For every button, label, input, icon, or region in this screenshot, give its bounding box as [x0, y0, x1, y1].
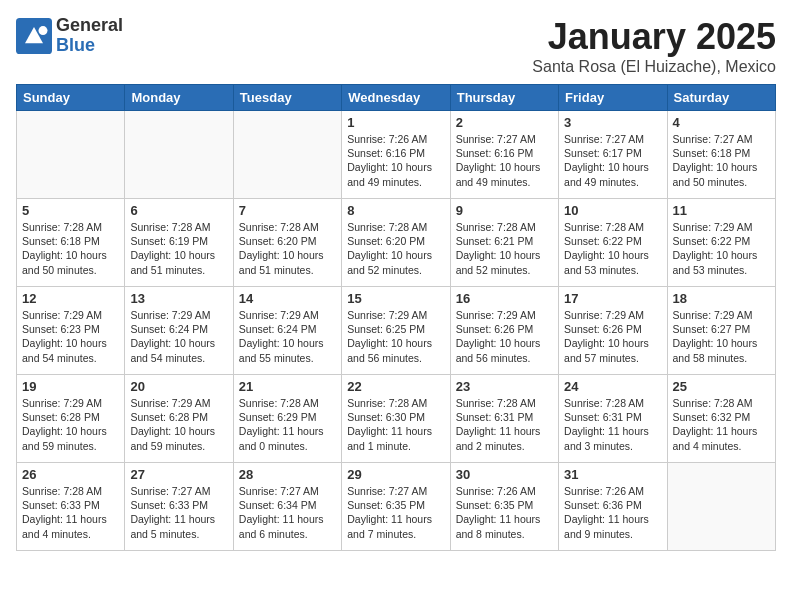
month-title: January 2025 [532, 16, 776, 58]
day-content: Sunrise: 7:29 AMSunset: 6:26 PMDaylight:… [564, 308, 661, 365]
subtitle: Santa Rosa (El Huizache), Mexico [532, 58, 776, 76]
day-content: Sunrise: 7:28 AMSunset: 6:20 PMDaylight:… [347, 220, 444, 277]
day-content: Sunrise: 7:28 AMSunset: 6:31 PMDaylight:… [456, 396, 553, 453]
day-content: Sunrise: 7:29 AMSunset: 6:24 PMDaylight:… [130, 308, 227, 365]
day-content: Sunrise: 7:27 AMSunset: 6:34 PMDaylight:… [239, 484, 336, 541]
day-number: 10 [564, 203, 661, 218]
calendar-cell: 19Sunrise: 7:29 AMSunset: 6:28 PMDayligh… [17, 375, 125, 463]
day-content: Sunrise: 7:28 AMSunset: 6:29 PMDaylight:… [239, 396, 336, 453]
day-number: 20 [130, 379, 227, 394]
calendar-cell: 12Sunrise: 7:29 AMSunset: 6:23 PMDayligh… [17, 287, 125, 375]
calendar-cell: 13Sunrise: 7:29 AMSunset: 6:24 PMDayligh… [125, 287, 233, 375]
weekday-header: Friday [559, 85, 667, 111]
day-content: Sunrise: 7:28 AMSunset: 6:19 PMDaylight:… [130, 220, 227, 277]
day-number: 24 [564, 379, 661, 394]
day-number: 30 [456, 467, 553, 482]
day-content: Sunrise: 7:27 AMSunset: 6:16 PMDaylight:… [456, 132, 553, 189]
calendar-cell [233, 111, 341, 199]
day-number: 27 [130, 467, 227, 482]
day-number: 1 [347, 115, 444, 130]
day-content: Sunrise: 7:29 AMSunset: 6:28 PMDaylight:… [130, 396, 227, 453]
day-number: 11 [673, 203, 770, 218]
calendar-cell [17, 111, 125, 199]
day-content: Sunrise: 7:26 AMSunset: 6:36 PMDaylight:… [564, 484, 661, 541]
calendar-cell: 2Sunrise: 7:27 AMSunset: 6:16 PMDaylight… [450, 111, 558, 199]
day-number: 12 [22, 291, 119, 306]
day-number: 21 [239, 379, 336, 394]
calendar-cell: 24Sunrise: 7:28 AMSunset: 6:31 PMDayligh… [559, 375, 667, 463]
calendar-cell [667, 463, 775, 551]
weekday-header: Thursday [450, 85, 558, 111]
title-block: January 2025 Santa Rosa (El Huizache), M… [532, 16, 776, 76]
calendar-cell: 9Sunrise: 7:28 AMSunset: 6:21 PMDaylight… [450, 199, 558, 287]
calendar-cell: 7Sunrise: 7:28 AMSunset: 6:20 PMDaylight… [233, 199, 341, 287]
weekday-header: Saturday [667, 85, 775, 111]
calendar-cell: 17Sunrise: 7:29 AMSunset: 6:26 PMDayligh… [559, 287, 667, 375]
calendar-cell: 18Sunrise: 7:29 AMSunset: 6:27 PMDayligh… [667, 287, 775, 375]
day-number: 25 [673, 379, 770, 394]
calendar-week-row: 26Sunrise: 7:28 AMSunset: 6:33 PMDayligh… [17, 463, 776, 551]
calendar-week-row: 1Sunrise: 7:26 AMSunset: 6:16 PMDaylight… [17, 111, 776, 199]
calendar-cell [125, 111, 233, 199]
day-number: 23 [456, 379, 553, 394]
day-content: Sunrise: 7:28 AMSunset: 6:33 PMDaylight:… [22, 484, 119, 541]
page-header: General Blue January 2025 Santa Rosa (El… [16, 16, 776, 76]
day-content: Sunrise: 7:27 AMSunset: 6:18 PMDaylight:… [673, 132, 770, 189]
calendar-cell: 20Sunrise: 7:29 AMSunset: 6:28 PMDayligh… [125, 375, 233, 463]
day-content: Sunrise: 7:29 AMSunset: 6:22 PMDaylight:… [673, 220, 770, 277]
day-content: Sunrise: 7:29 AMSunset: 6:26 PMDaylight:… [456, 308, 553, 365]
day-content: Sunrise: 7:29 AMSunset: 6:23 PMDaylight:… [22, 308, 119, 365]
day-content: Sunrise: 7:29 AMSunset: 6:27 PMDaylight:… [673, 308, 770, 365]
day-content: Sunrise: 7:28 AMSunset: 6:21 PMDaylight:… [456, 220, 553, 277]
day-number: 26 [22, 467, 119, 482]
calendar-cell: 22Sunrise: 7:28 AMSunset: 6:30 PMDayligh… [342, 375, 450, 463]
calendar-week-row: 5Sunrise: 7:28 AMSunset: 6:18 PMDaylight… [17, 199, 776, 287]
day-number: 2 [456, 115, 553, 130]
day-number: 7 [239, 203, 336, 218]
calendar-cell: 23Sunrise: 7:28 AMSunset: 6:31 PMDayligh… [450, 375, 558, 463]
weekday-header: Monday [125, 85, 233, 111]
weekday-header: Sunday [17, 85, 125, 111]
calendar-cell: 16Sunrise: 7:29 AMSunset: 6:26 PMDayligh… [450, 287, 558, 375]
logo-blue: Blue [56, 35, 95, 55]
calendar-cell: 25Sunrise: 7:28 AMSunset: 6:32 PMDayligh… [667, 375, 775, 463]
calendar-cell: 10Sunrise: 7:28 AMSunset: 6:22 PMDayligh… [559, 199, 667, 287]
day-content: Sunrise: 7:28 AMSunset: 6:30 PMDaylight:… [347, 396, 444, 453]
logo-general: General [56, 15, 123, 35]
calendar-cell: 28Sunrise: 7:27 AMSunset: 6:34 PMDayligh… [233, 463, 341, 551]
day-number: 28 [239, 467, 336, 482]
day-number: 19 [22, 379, 119, 394]
day-content: Sunrise: 7:27 AMSunset: 6:33 PMDaylight:… [130, 484, 227, 541]
day-content: Sunrise: 7:29 AMSunset: 6:25 PMDaylight:… [347, 308, 444, 365]
logo-icon [16, 18, 52, 54]
calendar-cell: 5Sunrise: 7:28 AMSunset: 6:18 PMDaylight… [17, 199, 125, 287]
day-number: 22 [347, 379, 444, 394]
day-number: 18 [673, 291, 770, 306]
calendar-cell: 21Sunrise: 7:28 AMSunset: 6:29 PMDayligh… [233, 375, 341, 463]
calendar-cell: 14Sunrise: 7:29 AMSunset: 6:24 PMDayligh… [233, 287, 341, 375]
calendar-table: SundayMondayTuesdayWednesdayThursdayFrid… [16, 84, 776, 551]
day-content: Sunrise: 7:28 AMSunset: 6:18 PMDaylight:… [22, 220, 119, 277]
day-number: 14 [239, 291, 336, 306]
day-number: 9 [456, 203, 553, 218]
day-content: Sunrise: 7:26 AMSunset: 6:35 PMDaylight:… [456, 484, 553, 541]
day-content: Sunrise: 7:27 AMSunset: 6:17 PMDaylight:… [564, 132, 661, 189]
day-number: 16 [456, 291, 553, 306]
day-number: 3 [564, 115, 661, 130]
calendar-cell: 26Sunrise: 7:28 AMSunset: 6:33 PMDayligh… [17, 463, 125, 551]
calendar-cell: 3Sunrise: 7:27 AMSunset: 6:17 PMDaylight… [559, 111, 667, 199]
day-number: 13 [130, 291, 227, 306]
calendar-cell: 6Sunrise: 7:28 AMSunset: 6:19 PMDaylight… [125, 199, 233, 287]
calendar-cell: 27Sunrise: 7:27 AMSunset: 6:33 PMDayligh… [125, 463, 233, 551]
calendar-cell: 29Sunrise: 7:27 AMSunset: 6:35 PMDayligh… [342, 463, 450, 551]
calendar-week-row: 12Sunrise: 7:29 AMSunset: 6:23 PMDayligh… [17, 287, 776, 375]
day-number: 31 [564, 467, 661, 482]
svg-point-2 [39, 26, 48, 35]
day-content: Sunrise: 7:29 AMSunset: 6:24 PMDaylight:… [239, 308, 336, 365]
calendar-cell: 8Sunrise: 7:28 AMSunset: 6:20 PMDaylight… [342, 199, 450, 287]
calendar-cell: 11Sunrise: 7:29 AMSunset: 6:22 PMDayligh… [667, 199, 775, 287]
weekday-header: Tuesday [233, 85, 341, 111]
day-content: Sunrise: 7:27 AMSunset: 6:35 PMDaylight:… [347, 484, 444, 541]
calendar-week-row: 19Sunrise: 7:29 AMSunset: 6:28 PMDayligh… [17, 375, 776, 463]
day-number: 4 [673, 115, 770, 130]
